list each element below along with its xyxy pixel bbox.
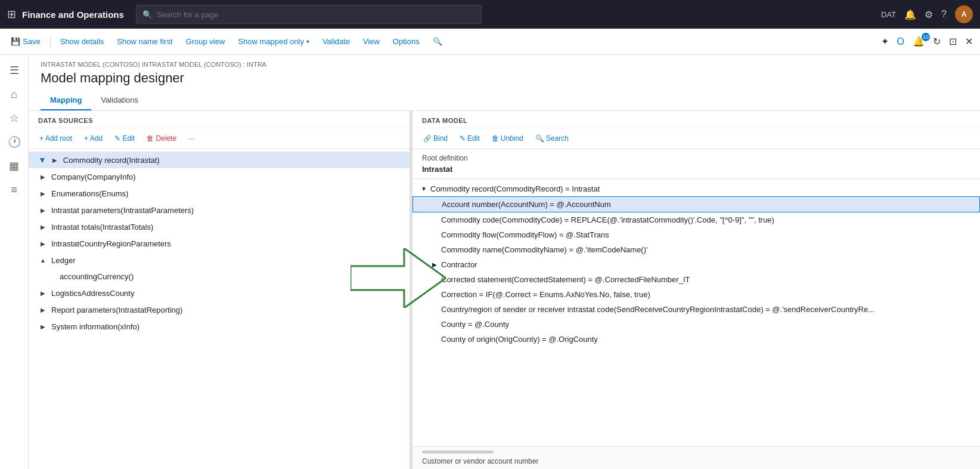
model-item-label: Commodity code(CommodityCode) = REPLACE(…: [441, 215, 774, 224]
model-item[interactable]: Account number(AccountNum) = @.AccountNu…: [413, 196, 980, 212]
group-view-button[interactable]: Group view: [180, 33, 231, 50]
model-item[interactable]: County of origin(OrigCounty) = @.OrigCou…: [413, 332, 980, 347]
validate-button[interactable]: Validate: [317, 33, 356, 50]
tab-mapping[interactable]: Mapping: [41, 91, 91, 110]
add-button[interactable]: + Add: [79, 132, 107, 145]
expand-icon[interactable]: ▶: [430, 261, 439, 269]
expand-icon[interactable]: ▶: [38, 189, 48, 198]
hamburger-icon[interactable]: ☰: [4, 60, 25, 81]
edit-button[interactable]: ✎ Edit: [110, 132, 139, 145]
workspace-icon[interactable]: ▦: [4, 155, 25, 177]
options-button[interactable]: Options: [387, 33, 426, 50]
refresh-icon[interactable]: ↻: [931, 33, 943, 50]
home-icon[interactable]: ⌂: [4, 84, 25, 105]
open-icon[interactable]: ⊡: [947, 33, 959, 50]
model-item[interactable]: Commodity flow(CommodityFlow) = @.StatTr…: [413, 227, 980, 242]
model-item[interactable]: Country/region of sender or receiver int…: [413, 302, 980, 317]
tree-item[interactable]: ▶Report parameters(IntrastatReporting): [29, 301, 410, 318]
resize-handle[interactable]: [410, 111, 413, 469]
expand-icon[interactable]: ▶: [38, 205, 48, 215]
show-name-first-button[interactable]: Show name first: [111, 33, 178, 50]
tree-item[interactable]: ▶Enumerations(Enums): [29, 185, 410, 202]
expand-icon[interactable]: ▶: [38, 222, 48, 232]
view-button[interactable]: View: [357, 33, 386, 50]
recent-icon[interactable]: 🕐: [4, 131, 25, 153]
avatar[interactable]: A: [955, 5, 973, 23]
bell-icon[interactable]: 🔔: [904, 9, 916, 20]
model-item-label: County of origin(OrigCounty) = @.OrigCou…: [441, 335, 598, 344]
tree-item-label: Commodity record(Intrastat): [63, 156, 160, 165]
model-item[interactable]: Correction = IF(@.Correct = Enums.AxNoYe…: [413, 287, 980, 302]
extensions-icon[interactable]: ✦: [879, 33, 891, 50]
datasources-tree: ▼▶Commodity record(Intrastat)▶Company(Co…: [29, 149, 410, 469]
tree-item-label: Intrastat totals(IntrastatTotals): [51, 223, 153, 232]
collapse-icon[interactable]: ▼: [420, 185, 428, 193]
more-button[interactable]: ···: [184, 132, 199, 145]
model-item-label: Contractor: [441, 260, 477, 269]
tree-item[interactable]: ▲Ledger: [29, 252, 410, 269]
breadcrumb: INTRASTAT MODEL (CONTOSO) INTRASTAT MODE…: [41, 61, 968, 68]
notification-badge[interactable]: 🔔 10: [910, 36, 927, 47]
main-layout: ☰ ⌂ ☆ 🕐 ▦ ≡ INTRASTAT MODEL (CONTOSO) IN…: [0, 55, 980, 469]
side-rail: ☰ ⌂ ☆ 🕐 ▦ ≡: [0, 55, 29, 469]
unbind-icon: 🗑: [492, 134, 499, 143]
model-item-label: Country/region of sender or receiver int…: [441, 305, 874, 314]
tree-item-label: Ledger: [51, 256, 75, 265]
search-model-button[interactable]: 🔍 Search: [531, 132, 573, 145]
tree-item[interactable]: ▶LogisticsAddressCounty: [29, 285, 410, 301]
list-icon[interactable]: ≡: [4, 179, 25, 200]
model-item[interactable]: Corrected statement(CorrectedStatement) …: [413, 272, 980, 287]
expand-icon[interactable]: ▶: [38, 322, 48, 331]
filter-icon: ▼: [38, 155, 46, 165]
tree-item-label: Report parameters(IntrastatReporting): [51, 306, 182, 314]
panel-container: DATA SOURCES + Add root + Add ✎ Edit 🗑 D…: [29, 111, 980, 469]
office-icon[interactable]: O: [895, 34, 907, 50]
search-cmd-button[interactable]: 🔍: [427, 33, 448, 50]
show-details-button[interactable]: Show details: [54, 33, 110, 50]
root-definition: Root definition Intrastat: [413, 149, 980, 179]
show-mapped-only-button[interactable]: Show mapped only ▾: [232, 33, 315, 50]
grid-icon[interactable]: ⊞: [7, 8, 16, 21]
bind-button[interactable]: 🔗 Bind: [418, 132, 452, 145]
expand-icon[interactable]: ▶: [38, 172, 48, 181]
edit-model-button[interactable]: ✎ Edit: [455, 132, 485, 145]
model-item[interactable]: ▼Commodity record(CommodityRecord) = Int…: [413, 181, 980, 196]
expand-icon[interactable]: ▶: [38, 239, 48, 248]
tree-item[interactable]: ▶Company(CompanyInfo): [29, 168, 410, 185]
save-button[interactable]: 💾 Save: [5, 33, 46, 50]
model-item-label: Correction = IF(@.Correct = Enums.AxNoYe…: [441, 290, 650, 299]
add-root-button[interactable]: + Add root: [35, 132, 77, 145]
tree-item-label: accountingCurrency(): [60, 272, 134, 281]
expand-icon[interactable]: ▶: [38, 305, 48, 314]
expand-icon[interactable]: ▶: [38, 288, 48, 298]
tree-item[interactable]: ▼▶Commodity record(Intrastat): [29, 152, 410, 168]
help-icon[interactable]: ?: [941, 9, 947, 20]
datasources-header: DATA SOURCES: [29, 111, 410, 128]
model-item[interactable]: County = @.County: [413, 317, 980, 332]
save-icon: 💾: [11, 37, 20, 46]
tree-item[interactable]: ▶Intrastat totals(IntrastatTotals): [29, 218, 410, 235]
expand-icon[interactable]: ▲: [38, 255, 48, 265]
tab-validations[interactable]: Validations: [91, 91, 148, 110]
tree-item[interactable]: ▶IntrastatCountryRegionParameters: [29, 235, 410, 252]
badge-count: 10: [922, 33, 930, 41]
star-icon[interactable]: ☆: [4, 107, 25, 129]
search-model-icon: 🔍: [535, 134, 544, 143]
search-input[interactable]: [157, 10, 475, 19]
unbind-button[interactable]: 🗑 Unbind: [487, 132, 528, 145]
left-panel: DATA SOURCES + Add root + Add ✎ Edit 🗑 D…: [29, 111, 410, 469]
model-item[interactable]: Commodity name(CommodityName) = @.'itemC…: [413, 242, 980, 257]
model-item-label: Corrected statement(CorrectedStatement) …: [441, 275, 690, 284]
close-icon[interactable]: ✕: [963, 33, 975, 50]
gear-icon[interactable]: ⚙: [925, 9, 933, 20]
delete-button[interactable]: 🗑 Delete: [142, 132, 181, 145]
datamodel-toolbar: 🔗 Bind ✎ Edit 🗑 Unbind 🔍 Search: [413, 128, 980, 149]
scrollbar-indicator[interactable]: [422, 451, 494, 453]
search-bar[interactable]: 🔍: [136, 5, 482, 24]
expand-icon[interactable]: ▶: [50, 155, 60, 165]
tree-item[interactable]: ▶System information(xInfo): [29, 318, 410, 335]
model-item[interactable]: ▶Contractor: [413, 257, 980, 272]
tree-item[interactable]: accountingCurrency(): [29, 269, 410, 285]
tree-item[interactable]: ▶Intrastat parameters(IntrastatParameter…: [29, 202, 410, 218]
model-item[interactable]: Commodity code(CommodityCode) = REPLACE(…: [413, 212, 980, 227]
